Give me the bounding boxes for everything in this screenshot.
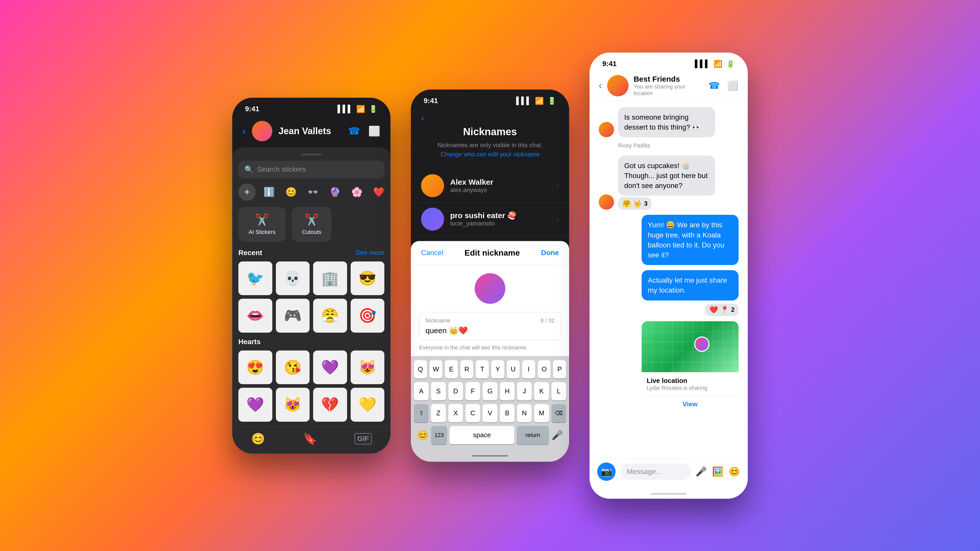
key-row-1: Q W E R T Y U I O P — [414, 360, 566, 379]
key-p[interactable]: P — [553, 360, 566, 379]
key-z[interactable]: Z — [431, 404, 445, 422]
msg-group-4: Actually let me just share my location. … — [641, 270, 738, 316]
sticker-glasses[interactable]: 😎 — [351, 262, 385, 295]
key-n[interactable]: N — [517, 404, 531, 422]
heart-sticker-3[interactable]: 💜 — [313, 351, 347, 384]
kb-emoji-icon[interactable]: 😊 — [417, 430, 428, 441]
kb-mic-icon[interactable]: 🎤 — [552, 430, 563, 441]
sticker-wow[interactable]: 😤 — [313, 299, 347, 333]
camera-button[interactable]: 📷 — [597, 462, 616, 481]
key-g[interactable]: G — [483, 382, 497, 400]
key-s[interactable]: S — [431, 382, 445, 400]
cat-1[interactable]: ℹ️ — [260, 183, 278, 201]
reactions-1[interactable]: 🤗 🤟 3 — [618, 197, 652, 210]
map-label-area: Live location Lydie Rosales is sharing — [641, 372, 738, 396]
drag-handle[interactable] — [301, 154, 321, 156]
key-h[interactable]: H — [500, 382, 514, 400]
tab-gif[interactable]: GIF — [355, 433, 372, 445]
key-shift[interactable]: ⇧ — [414, 404, 428, 422]
key-w[interactable]: W — [430, 360, 442, 379]
sticker-yup[interactable]: 🐦 — [239, 262, 272, 295]
heart-sticker-8[interactable]: 💛 — [351, 388, 385, 422]
ai-label: AI Stickers — [248, 229, 275, 235]
key-q[interactable]: Q — [414, 360, 427, 379]
heart-sticker-5[interactable]: 💜 — [239, 388, 272, 422]
phone-nicknames: 9:41 ▌▌▌ 📶 🔋 ‹ Nicknames Nicknames are o… — [411, 89, 569, 462]
search-bar[interactable]: 🔍 Search stickers — [239, 161, 384, 178]
modal-done-btn[interactable]: Done — [541, 249, 559, 257]
key-space[interactable]: space — [450, 426, 514, 445]
contact-item-sushi[interactable]: pro sushi eater 🍣 lucie_yamamoto › — [411, 203, 569, 236]
map-card: Live location Lydie Rosales is sharing V… — [641, 321, 738, 412]
cat-4[interactable]: 🔮 — [326, 183, 344, 201]
key-c[interactable]: C — [466, 404, 480, 422]
see-more-btn[interactable]: See more — [355, 249, 384, 257]
key-b[interactable]: B — [500, 404, 514, 422]
cat-5[interactable]: 🌸 — [348, 183, 366, 201]
sticker-lips[interactable]: 👄 — [239, 299, 272, 333]
cutouts-btn[interactable]: ✂️ Cutouts — [292, 207, 331, 241]
key-m[interactable]: M — [534, 404, 549, 422]
heart-sticker-6[interactable]: 😻 — [276, 388, 310, 422]
header-actions-1: ☎ ⬜ — [348, 125, 380, 137]
key-u[interactable]: U — [507, 360, 520, 379]
key-a[interactable]: A — [414, 382, 428, 400]
add-category[interactable]: + — [239, 183, 256, 201]
heart-sticker-4[interactable]: 😻 — [351, 351, 385, 384]
key-i[interactable]: I — [522, 360, 535, 379]
key-delete[interactable]: ⌫ — [552, 404, 566, 422]
map-pin — [694, 337, 710, 352]
message-input[interactable]: Message... — [620, 464, 690, 480]
change-nickname-link[interactable]: Change who can edit your nickname — [441, 151, 539, 158]
photo-icon[interactable]: 🖼️ — [712, 466, 724, 477]
key-y[interactable]: Y — [491, 360, 504, 379]
contact-item-alex[interactable]: Alex Walker alex.anyways › — [411, 169, 569, 203]
status-icons-3: ▌▌▌ 📶 🔋 — [695, 60, 735, 68]
nickname-input-area[interactable]: Nickname 8 / 32 queen 👑❤️ — [419, 312, 561, 340]
sticker-extra[interactable]: 🎯 — [351, 299, 385, 333]
key-j[interactable]: J — [517, 382, 531, 400]
key-t[interactable]: T — [476, 360, 489, 379]
cat-6[interactable]: ❤️ — [370, 183, 387, 201]
sticker-tbh[interactable]: 💀 — [276, 262, 310, 295]
key-e[interactable]: E — [445, 360, 458, 379]
mic-icon[interactable]: 🎤 — [695, 466, 707, 477]
heart-sticker-2[interactable]: 😘 — [276, 351, 310, 384]
back-button-1[interactable]: ‹ — [242, 125, 246, 137]
heart-sticker-7[interactable]: 💔 — [313, 388, 347, 422]
category-row: + ℹ️ 😊 👓 🔮 🌸 ❤️ 📦 — [232, 183, 390, 201]
nickname-value[interactable]: queen 👑❤️ — [425, 326, 555, 335]
wifi-icon: 📶 — [356, 105, 365, 113]
tab-sticker[interactable]: 🔖 — [303, 432, 317, 445]
phone-icon-1[interactable]: ☎ — [348, 125, 360, 137]
key-f[interactable]: F — [466, 382, 480, 400]
key-x[interactable]: X — [449, 404, 463, 422]
tab-emoji[interactable]: 😊 — [251, 432, 265, 445]
key-v[interactable]: V — [483, 404, 497, 422]
map-view-btn[interactable]: View — [641, 396, 738, 412]
modal-cancel-btn[interactable]: Cancel — [421, 249, 443, 257]
search-placeholder: Search stickers — [257, 165, 306, 173]
emoji-icon[interactable]: 😊 — [729, 466, 740, 477]
chat-phone-icon[interactable]: ☎ — [708, 80, 720, 91]
key-r[interactable]: R — [460, 360, 473, 379]
cat-2[interactable]: 😊 — [282, 183, 300, 201]
recent-header: Recent See more — [239, 249, 384, 257]
ai-stickers-btn[interactable]: ✂️ AI Stickers — [239, 207, 286, 241]
chat-video-icon[interactable]: ⬜ — [727, 80, 738, 91]
heart-sticker-1[interactable]: 😍 — [239, 351, 272, 384]
key-o[interactable]: O — [538, 360, 551, 379]
group-info: Best Friends You are sharing your locati… — [634, 75, 703, 97]
reactions-2[interactable]: ❤️ 📍 2 — [705, 303, 738, 316]
cat-3[interactable]: 👓 — [304, 183, 321, 201]
key-123[interactable]: 123 — [431, 426, 447, 445]
key-return[interactable]: return — [517, 426, 549, 445]
video-icon-1[interactable]: ⬜ — [368, 125, 380, 137]
sticker-door[interactable]: 🏢 — [313, 262, 347, 295]
sticker-crabby[interactable]: 🎮 — [276, 299, 310, 333]
back-button-3[interactable]: ‹ — [599, 80, 602, 91]
back-button-2[interactable]: ‹ — [421, 113, 559, 124]
key-l[interactable]: L — [552, 382, 566, 400]
key-d[interactable]: D — [449, 382, 463, 400]
key-k[interactable]: K — [534, 382, 549, 400]
